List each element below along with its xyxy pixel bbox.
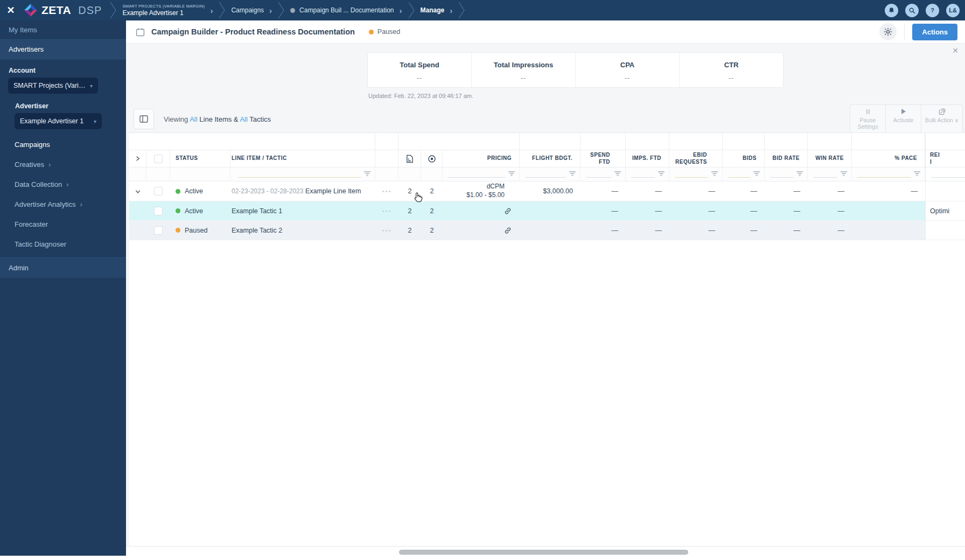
help-icon[interactable]: ? (926, 4, 939, 17)
sidebar-item-tactic-diagnoser[interactable]: Tactic Diagnoser (0, 234, 126, 254)
header-pace[interactable]: % PACE (852, 150, 925, 167)
filter-line-item[interactable] (230, 167, 375, 181)
filter-last[interactable] (925, 167, 965, 181)
ebid-requests-value: — (669, 181, 723, 201)
sidebar-item-advertisers[interactable]: Advertisers (0, 40, 126, 59)
app-root: ✕ ZETA DSP SMART PROJECTS (VARIABLE MARG… (0, 0, 965, 560)
header-creatives-icon[interactable] (398, 150, 421, 167)
avatar[interactable]: L& (946, 4, 960, 17)
filter-icon[interactable] (753, 171, 760, 178)
stat-cpa: CPA -- (576, 53, 680, 87)
sidebar-item-admin[interactable]: Admin (0, 257, 126, 278)
table-row-tactic-1[interactable]: Active Example Tactic 1 ••• 2 2 — — — — … (129, 201, 965, 221)
advertiser-select-value: Example Advertiser 1 (20, 117, 92, 125)
filter-pricing[interactable] (443, 167, 520, 181)
header-ebid-requests[interactable]: EBIDREQUESTS (669, 150, 723, 167)
pause-settings-button[interactable]: Pause Settings (850, 105, 886, 133)
active-status-dot (176, 189, 180, 194)
filter-icon[interactable] (840, 171, 848, 178)
row-menu-icon[interactable]: ••• (382, 227, 392, 234)
activate-button[interactable]: Activate (886, 105, 921, 133)
imps-ftd-value: — (626, 201, 669, 220)
breadcrumb-manage[interactable]: Manage › (415, 6, 458, 15)
breadcrumb-campaign[interactable]: Campaign Buil ... Documentation › (285, 6, 407, 15)
bulk-button-group: Pause Settings Activate Bulk Action ∨ (850, 104, 963, 134)
header-imps-ftd[interactable]: IMPS. FTD (626, 150, 669, 167)
filter-bids[interactable] (723, 167, 765, 181)
targets-count: 2 (421, 181, 443, 201)
row-menu-icon[interactable]: ••• (382, 208, 392, 214)
sidebar-data-collection-label: Data Collection (15, 180, 62, 188)
column-layout-icon[interactable] (134, 109, 154, 129)
filter-pace[interactable] (852, 167, 925, 181)
stat-label: CPA (576, 61, 679, 69)
filter-icon[interactable] (658, 171, 665, 178)
filter-icon[interactable] (796, 171, 803, 178)
filter-flight[interactable] (520, 167, 581, 181)
filter-icon[interactable] (913, 171, 921, 178)
filter-bid-rate[interactable] (765, 167, 808, 181)
breadcrumb-campaigns[interactable]: Campaigns › (226, 6, 277, 15)
breadcrumb-separator-icon (218, 1, 226, 19)
header-status[interactable]: STATUS (170, 150, 230, 167)
link-icon[interactable] (504, 207, 512, 215)
link-icon[interactable] (504, 226, 512, 235)
table-row-tactic-2[interactable]: Paused Example Tactic 2 ••• 2 2 — — — — … (129, 221, 965, 240)
filter-icon[interactable] (711, 171, 718, 178)
header-line-item-tactic[interactable]: LINE ITEM / TACTIC (230, 150, 375, 167)
advertiser-select[interactable]: Example Advertiser 1 ▾ (15, 113, 102, 129)
gear-icon[interactable] (879, 23, 897, 40)
header-last-clipped[interactable]: REII (925, 150, 965, 167)
sidebar: My Items Advertisers Account SMART Proje… (0, 20, 126, 556)
scrollbar-thumb[interactable] (399, 550, 688, 555)
actions-button[interactable]: Actions (912, 24, 957, 40)
header-win-rate[interactable]: WIN RATE (808, 150, 852, 167)
breadcrumb-advertiser[interactable]: SMART PROJECTS (VARIABLE MARGIN) Example… (117, 4, 218, 17)
sidebar-item-creatives[interactable]: Creatives › (0, 155, 126, 174)
sidebar-item-campaigns[interactable]: Campaigns (0, 135, 126, 155)
notifications-bell-icon[interactable] (885, 4, 898, 17)
viewing-suffix: Tactics (249, 115, 271, 123)
filter-icon[interactable] (569, 171, 576, 178)
row-checkbox[interactable] (154, 187, 163, 195)
stat-label: Total Spend (368, 61, 471, 69)
filter-win-rate[interactable] (808, 167, 852, 181)
filter-spend[interactable] (581, 167, 626, 181)
account-select-value: SMART Projects (Variable M... (13, 82, 88, 89)
header-pricing[interactable]: PRICING (443, 150, 520, 167)
last-col-value (925, 181, 965, 201)
row-checkbox[interactable] (154, 207, 163, 215)
table-row-line-item[interactable]: Active 02-23-2023 - 02-28-2023 Example L… (129, 181, 965, 201)
creatives-count: 2 (398, 181, 421, 201)
bulk-action-button[interactable]: Bulk Action ∨ (921, 105, 962, 133)
line-items-table: STATUS LINE ITEM / TACTIC PRICING FLIGHT… (129, 132, 965, 546)
account-select[interactable]: SMART Projects (Variable M... ▾ (8, 78, 98, 94)
campaign-header: Campaign Builder - Product Readiness Doc… (126, 20, 965, 43)
all-tactics-link[interactable]: All (240, 115, 247, 123)
zeta-dsp-logo[interactable]: ZETA DSP (22, 3, 109, 17)
collapse-row-chevron-icon[interactable] (135, 189, 141, 194)
row-menu-icon[interactable]: ••• (382, 188, 392, 194)
header-bids[interactable]: BIDS (723, 150, 765, 167)
imps-ftd-value: — (626, 221, 669, 240)
filter-icon[interactable] (614, 171, 621, 178)
header-flight-budget[interactable]: FLIGHT BDGT. (520, 150, 581, 167)
summary-close-icon[interactable]: ✕ (952, 46, 959, 55)
header-spend-ftd[interactable]: SPENDFTD (581, 150, 626, 167)
select-all-checkbox[interactable] (154, 155, 163, 163)
sidebar-item-forecaster[interactable]: Forecaster (0, 214, 126, 234)
filter-icon[interactable] (363, 171, 371, 178)
all-line-items-link[interactable]: All (190, 115, 197, 123)
row-checkbox[interactable] (154, 226, 163, 235)
sidebar-item-advertiser-analytics[interactable]: Advertiser Analytics › (0, 194, 126, 214)
sidebar-item-data-collection[interactable]: Data Collection › (0, 174, 126, 194)
filter-ebid[interactable] (669, 167, 723, 181)
filter-imps[interactable] (626, 167, 669, 181)
close-icon[interactable]: ✕ (0, 4, 22, 16)
expand-all-chevron-icon[interactable] (135, 156, 140, 161)
search-icon[interactable] (905, 4, 919, 17)
header-bid-rate[interactable]: BID RATE (765, 150, 808, 167)
header-targeting-icon[interactable] (421, 150, 443, 167)
sidebar-item-my-items[interactable]: My Items (0, 20, 126, 40)
filter-icon[interactable] (508, 171, 515, 178)
